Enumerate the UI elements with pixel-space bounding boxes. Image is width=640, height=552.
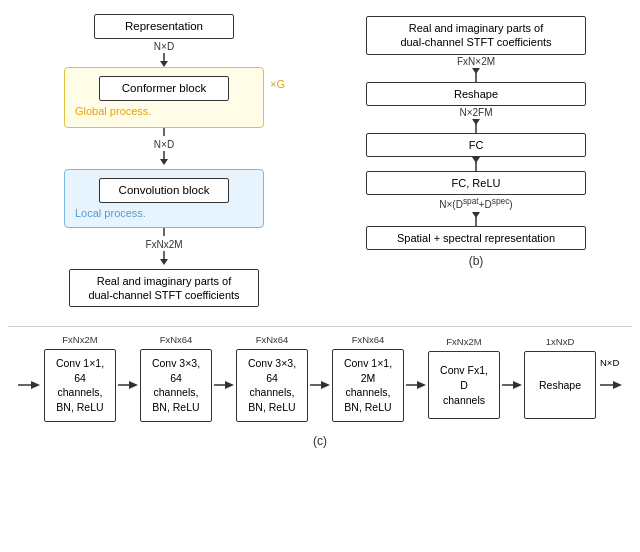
- conformer-label: Conformer block: [122, 82, 206, 94]
- arrow-down-2: [158, 151, 170, 165]
- diagram-c: FxNx2M Conv 1×1,64channels,BN, ReLU FxNx…: [8, 341, 632, 430]
- svg-marker-4: [160, 159, 168, 165]
- input-arrow-svg: [18, 379, 40, 391]
- arrow-up-b1: [470, 68, 482, 82]
- divider: [8, 326, 632, 327]
- c-arrow-4-svg: [406, 379, 426, 391]
- c-node-2: FxNx64 Conv 3×3,64channels,BN, ReLU: [140, 349, 212, 422]
- top-row: Representation N×D ×G Conformer block: [8, 10, 632, 320]
- c-node-4: FxNx64 Conv 1×1,2Mchannels,BN, ReLU: [332, 349, 404, 422]
- label-nxd-spat-spec: N×(Dspat+Dspec): [439, 195, 512, 225]
- arrow-fxnx2m: FxNx2M: [145, 228, 182, 265]
- nx2fm-label: N×2FM: [459, 107, 492, 118]
- diagram-b: Real and imaginary parts ofdual-channel …: [320, 10, 632, 320]
- representation-label: Representation: [125, 20, 203, 32]
- c-arrow-1: [118, 379, 138, 391]
- svg-marker-21: [225, 381, 234, 389]
- fxnx2m-label-a: FxNx2M: [145, 239, 182, 250]
- c-conv5-label: Conv Fx1,Dchannels: [440, 363, 488, 407]
- main-container: Representation N×D ×G Conformer block: [0, 0, 640, 552]
- nxd-mid-label: N×D: [154, 139, 174, 150]
- global-process-label: Global process.: [75, 105, 151, 117]
- conv-block-label: Convolution block: [119, 184, 210, 196]
- c-label-above-1: FxNx2M: [62, 334, 97, 345]
- c-conv2-label: Conv 3×3,64channels,BN, ReLU: [152, 356, 200, 415]
- xg-label: ×G: [270, 78, 285, 90]
- label-fxnx2m-b: FxN×2M: [457, 55, 495, 82]
- arrow-down-1: [158, 53, 170, 67]
- arrow-down-3: [158, 251, 170, 265]
- arrow-up-1: [158, 128, 170, 138]
- c-arrow-2: [214, 379, 234, 391]
- svg-marker-7: [160, 259, 168, 265]
- arrow-up-b4: [470, 212, 482, 226]
- conformer-box: Conformer block: [99, 76, 229, 101]
- reshape-box: Reshape: [366, 82, 586, 106]
- c-conv1-label: Conv 1×1,64channels,BN, ReLU: [56, 356, 104, 415]
- c-arrow-3-svg: [310, 379, 330, 391]
- c-conv3-label: Conv 3×3,64channels,BN, ReLU: [248, 356, 296, 415]
- stft-label-a: Real and imaginary parts ofdual-channel …: [88, 275, 239, 301]
- c-label-above-3: FxNx64: [256, 334, 289, 345]
- c-conv1-box: Conv 1×1,64channels,BN, ReLU: [44, 349, 116, 422]
- svg-marker-27: [513, 381, 522, 389]
- fxnx2m-label-b: FxN×2M: [457, 56, 495, 67]
- caption-c: (c): [313, 434, 327, 448]
- stft-top-label-b: Real and imaginary parts ofdual-channel …: [400, 22, 551, 48]
- arrow-up-b2: [470, 119, 482, 133]
- c-reshape-box: Reshape: [524, 351, 596, 419]
- arrow-b3: [470, 157, 482, 171]
- fc-relu-label: FC, ReLU: [452, 177, 501, 189]
- output-arrow-wrapper: N×D: [600, 379, 622, 391]
- svg-marker-19: [129, 381, 138, 389]
- c-node-3: FxNx64 Conv 3×3,64channels,BN, ReLU: [236, 349, 308, 422]
- yellow-global-box: ×G Conformer block Global process.: [64, 67, 264, 128]
- blue-local-box: Convolution block Local process.: [64, 169, 264, 228]
- nxd-spat-spec-label: N×(Dspat+Dspec): [439, 196, 512, 210]
- c-node-1: FxNx2M Conv 1×1,64channels,BN, ReLU: [44, 349, 116, 422]
- input-arrow: [18, 379, 40, 391]
- c-label-above-4: FxNx64: [352, 334, 385, 345]
- c-reshape-label: Reshape: [539, 378, 581, 393]
- c-node-6: 1xNxD Reshape: [524, 351, 596, 419]
- c-arrow-5-svg: [502, 379, 522, 391]
- c-arrow-2-svg: [214, 379, 234, 391]
- c-arrow-3: [310, 379, 330, 391]
- arrow-nxd-mid: N×D: [154, 128, 174, 165]
- fc-label: FC: [469, 139, 484, 151]
- reshape-label: Reshape: [454, 88, 498, 100]
- c-conv2-box: Conv 3×3,64channels,BN, ReLU: [140, 349, 212, 422]
- diagram-a: Representation N×D ×G Conformer block: [8, 10, 320, 320]
- c-arrow-4: [406, 379, 426, 391]
- c-arrow-5: [502, 379, 522, 391]
- local-process-label: Local process.: [75, 207, 146, 219]
- svg-marker-29: [613, 381, 622, 389]
- svg-marker-23: [321, 381, 330, 389]
- bottom-row: FxNx2M Conv 1×1,64channels,BN, ReLU FxNx…: [8, 341, 632, 448]
- diagram-a-inner: Representation N×D ×G Conformer block: [16, 14, 312, 274]
- svg-marker-17: [31, 381, 40, 389]
- spatial-spectral-box: Spatial + spectral representation: [366, 226, 586, 250]
- fc-relu-box: FC, ReLU: [366, 171, 586, 195]
- representation-box: Representation: [94, 14, 234, 39]
- nxd-top-label: N×D: [154, 41, 174, 52]
- conv-block-box: Convolution block: [99, 178, 229, 203]
- c-label-above-7: N×D: [600, 357, 619, 368]
- c-conv5-box: Conv Fx1,Dchannels: [428, 351, 500, 419]
- c-label-above-6: 1xNxD: [546, 336, 575, 347]
- c-arrow-1-svg: [118, 379, 138, 391]
- caption-b: (b): [469, 254, 484, 268]
- stft-box-a: Real and imaginary parts ofdual-channel …: [69, 269, 259, 308]
- c-node-5: FxNx2M Conv Fx1,Dchannels: [428, 351, 500, 419]
- c-conv4-box: Conv 1×1,2Mchannels,BN, ReLU: [332, 349, 404, 422]
- fc-box: FC: [366, 133, 586, 157]
- arrow-up-2: [158, 228, 170, 238]
- arrow-up-b3: [470, 157, 482, 171]
- c-label-above-2: FxNx64: [160, 334, 193, 345]
- c-label-above-5: FxNx2M: [446, 336, 481, 347]
- diagram-b-inner: Real and imaginary parts ofdual-channel …: [328, 14, 624, 250]
- svg-marker-25: [417, 381, 426, 389]
- output-arrow-svg: [600, 379, 622, 391]
- stft-box-b-top: Real and imaginary parts ofdual-channel …: [366, 16, 586, 55]
- c-conv3-box: Conv 3×3,64channels,BN, ReLU: [236, 349, 308, 422]
